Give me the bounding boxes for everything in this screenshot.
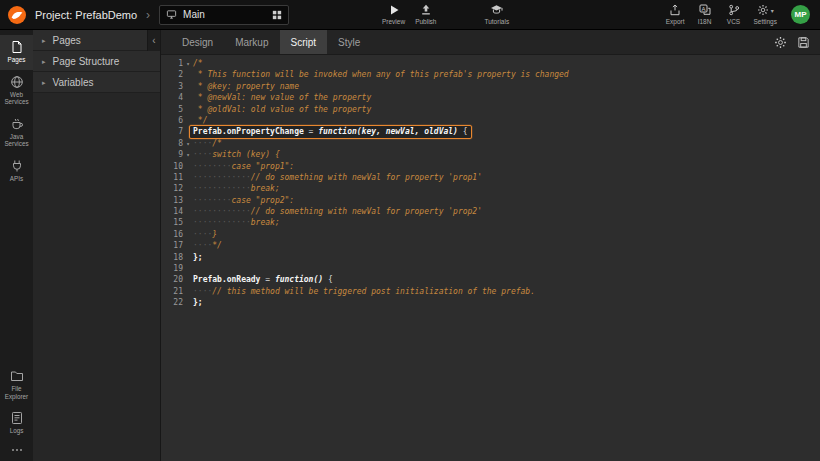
line-number: 8	[161, 138, 183, 149]
chevron-right-icon: ▸	[42, 37, 46, 44]
code-line[interactable]: 18};	[161, 252, 820, 263]
tab-design[interactable]: Design	[171, 30, 224, 54]
wavemaker-logo-icon[interactable]	[7, 5, 27, 25]
fold-marker-icon[interactable]: ▾	[183, 58, 193, 69]
line-number: 12	[161, 183, 183, 194]
code-text: ····/*	[193, 138, 222, 149]
line-number: 13	[161, 195, 183, 206]
sidebar-item-web-services[interactable]: Web Services	[0, 70, 33, 112]
whitespace-dots: ············	[193, 207, 251, 216]
code-line[interactable]: 4 * @newVal: new value of the property	[161, 92, 820, 103]
whitespace-dots: ········	[193, 162, 232, 171]
fold-marker-icon[interactable]: ▾	[183, 149, 193, 160]
code-line[interactable]: 14············// do something with newVa…	[161, 206, 820, 217]
code-text: ····}	[193, 229, 217, 240]
line-number: 9	[161, 149, 183, 160]
i18n-translate-icon: A	[699, 4, 711, 16]
user-avatar[interactable]: MP	[791, 5, 810, 24]
topbar-right-actions: Export A I18N	[661, 2, 782, 27]
code-line[interactable]: 12············break;	[161, 183, 820, 194]
main-body: Pages Web Services Java	[0, 30, 820, 461]
sidebar-item-logs[interactable]: Logs	[0, 406, 33, 441]
panel-section-page-structure[interactable]: ▸ Page Structure	[33, 51, 160, 72]
collapse-panel-button[interactable]: ‹	[147, 30, 160, 51]
line-number: 17	[161, 240, 183, 251]
fold-marker-icon[interactable]: ▾	[183, 138, 193, 149]
whitespace-dots: ············	[193, 184, 251, 193]
line-number: 18	[161, 252, 183, 263]
whitespace-dots: ····	[193, 139, 212, 148]
line-number: 11	[161, 172, 183, 183]
editor-settings-button[interactable]	[774, 36, 787, 49]
code-text: ············// do something with newVal …	[193, 172, 482, 183]
code-line[interactable]: 20Prefab.onReady = function() {	[161, 274, 820, 285]
code-text: ····switch (key) {	[193, 149, 280, 160]
page-selector[interactable]: Main	[159, 5, 289, 25]
panel-section-variables[interactable]: ▸ Variables	[33, 72, 160, 93]
code-line[interactable]: 1▾/*	[161, 58, 820, 69]
git-branch-icon	[728, 4, 740, 16]
code-editor[interactable]: 1▾/*2 * This function will be invoked wh…	[161, 55, 820, 461]
code-text: Prefab.onReady = function() {	[193, 274, 333, 285]
code-text: ········case "prop1":	[193, 161, 294, 172]
code-line[interactable]: 11············// do something with newVa…	[161, 172, 820, 183]
sidebar-item-java-services[interactable]: Java Services	[0, 112, 33, 154]
sidebar-item-pages[interactable]: Pages	[0, 35, 33, 70]
code-line[interactable]: 22};	[161, 297, 820, 308]
i18n-button[interactable]: A I18N	[691, 2, 719, 27]
page-selector-value: Main	[183, 9, 205, 20]
code-line[interactable]: 7Prefab.onPropertyChange = function(key,…	[161, 126, 820, 137]
line-number: 19	[161, 263, 183, 274]
line-number: 6	[161, 115, 183, 126]
ellipsis-icon	[10, 447, 24, 453]
save-button[interactable]	[797, 36, 810, 49]
chevron-down-icon: ▾	[771, 7, 774, 14]
code-text: };	[193, 297, 203, 308]
settings-button[interactable]: ▾ Settings	[749, 2, 783, 27]
collapse-panel-icon: ‹	[152, 35, 155, 46]
more-options-button[interactable]	[0, 441, 33, 461]
code-line[interactable]: 10········case "prop1":	[161, 161, 820, 172]
workspace: Design Markup Script Style	[161, 30, 820, 461]
apps-grid-icon[interactable]	[272, 10, 282, 20]
export-button[interactable]: Export	[661, 2, 690, 27]
whitespace-dots: ············	[193, 173, 251, 182]
whitespace-dots: ········	[193, 196, 232, 205]
publish-button[interactable]: Publish	[410, 2, 441, 27]
code-line[interactable]: 5 * @oldVal: old value of the property	[161, 104, 820, 115]
app-window: Project: PrefabDemo › Main	[0, 0, 820, 461]
preview-button[interactable]: Preview	[377, 2, 410, 27]
code-lines: 1▾/*2 * This function will be invoked wh…	[161, 58, 820, 309]
sidebar-item-apis[interactable]: APIs	[0, 154, 33, 189]
line-number: 7	[161, 126, 183, 137]
code-line[interactable]: 3 * @key: property name	[161, 81, 820, 92]
tutorials-icon	[490, 4, 503, 16]
code-line[interactable]: 16····}	[161, 229, 820, 240]
tab-style[interactable]: Style	[327, 30, 371, 54]
code-line[interactable]: 19	[161, 263, 820, 274]
line-number: 22	[161, 297, 183, 308]
code-line[interactable]: 17····*/	[161, 240, 820, 251]
plug-icon	[10, 159, 24, 173]
coffee-cup-icon	[10, 117, 24, 131]
tab-script[interactable]: Script	[280, 30, 328, 54]
code-line[interactable]: 13········case "prop2":	[161, 195, 820, 206]
tutorials-button[interactable]: Tutorials	[479, 2, 514, 27]
code-line[interactable]: 9▾····switch (key) {	[161, 149, 820, 160]
code-line[interactable]: 21····// this method will be triggered p…	[161, 286, 820, 297]
sidebar-item-file-explorer[interactable]: File Explorer	[0, 364, 33, 406]
highlighted-statement: Prefab.onPropertyChange = function(key, …	[189, 125, 472, 138]
code-text: ········case "prop2":	[193, 195, 294, 206]
line-number: 1	[161, 58, 183, 69]
panel-section-pages[interactable]: ▸ Pages	[33, 30, 160, 51]
code-line[interactable]: 8▾····/*	[161, 138, 820, 149]
editor-tabbar: Design Markup Script Style	[161, 30, 820, 55]
preview-icon	[388, 4, 400, 16]
code-line[interactable]: 15············break;	[161, 217, 820, 228]
code-text: ············break;	[193, 183, 280, 194]
whitespace-dots: ····	[193, 287, 212, 296]
tab-markup[interactable]: Markup	[224, 30, 279, 54]
vcs-button[interactable]: VCS	[720, 2, 748, 27]
code-line[interactable]: 2 * This function will be invoked when a…	[161, 69, 820, 80]
line-number: 10	[161, 161, 183, 172]
